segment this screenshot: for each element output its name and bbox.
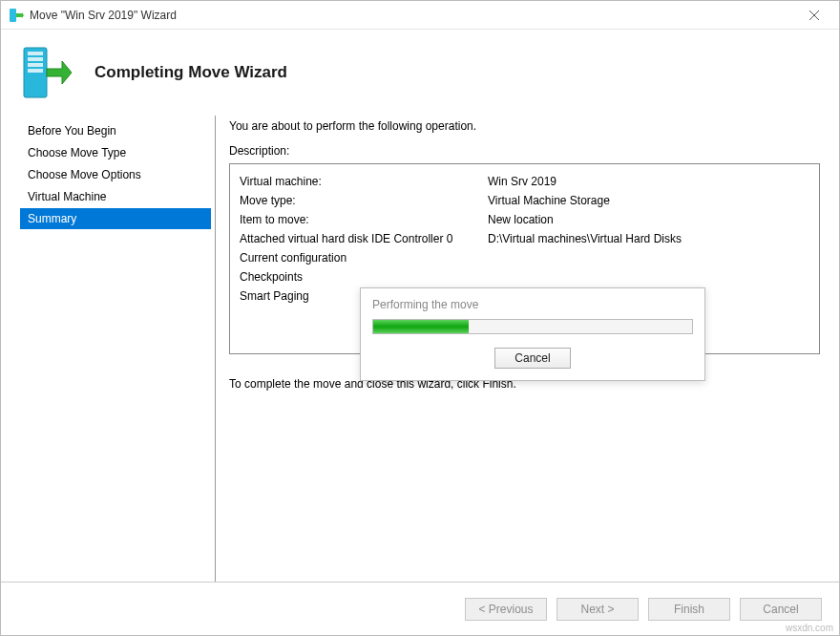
svg-rect-7 (28, 69, 43, 73)
sidebar-item-choose-move-type[interactable]: Choose Move Type (20, 142, 211, 163)
row-key: Current configuration (240, 248, 488, 267)
progress-popup: Performing the move Cancel (360, 287, 705, 381)
progress-fill (373, 320, 469, 333)
summary-row: Current configuration (240, 248, 809, 267)
wizard-footer: < Previous Next > Finish Cancel (1, 582, 839, 635)
svg-rect-0 (10, 9, 16, 22)
next-button[interactable]: Next > (556, 598, 639, 621)
finish-button[interactable]: Finish (648, 598, 730, 621)
row-key: Move type: (240, 191, 488, 210)
summary-row: Virtual machine:Win Srv 2019 (240, 172, 809, 191)
close-button[interactable] (795, 2, 833, 29)
wizard-window: Move "Win Srv 2019" Wizard Completing Mo… (0, 0, 840, 636)
row-value: D:\Virtual machines\Virtual Hard Disks (488, 229, 809, 248)
cancel-button[interactable]: Cancel (740, 598, 822, 621)
progress-text: Performing the move (372, 298, 693, 311)
row-key: Virtual machine: (240, 172, 488, 191)
summary-row: Attached virtual hard disk IDE Controlle… (240, 229, 809, 248)
row-value (488, 248, 809, 267)
vertical-divider (215, 116, 216, 582)
row-key: Item to move: (240, 210, 488, 229)
popup-actions: Cancel (372, 348, 693, 369)
row-value: New location (488, 210, 809, 229)
wizard-header: Completing Move Wizard (1, 30, 839, 116)
row-value: Virtual Machine Storage (488, 191, 809, 210)
app-icon (9, 8, 24, 23)
sidebar: Before You Begin Choose Move Type Choose… (20, 116, 211, 582)
watermark: wsxdn.com (786, 623, 833, 633)
row-key: Attached virtual hard disk IDE Controlle… (240, 229, 488, 248)
sidebar-item-choose-move-options[interactable]: Choose Move Options (20, 164, 211, 185)
popup-cancel-button[interactable]: Cancel (494, 348, 571, 369)
intro-text: You are about to perform the following o… (229, 119, 820, 133)
svg-rect-4 (28, 52, 43, 55)
summary-row: Item to move:New location (240, 210, 809, 229)
summary-row: Checkpoints (240, 267, 809, 286)
summary-row: Move type:Virtual Machine Storage (240, 191, 809, 210)
progress-bar (372, 319, 693, 334)
window-title: Move "Win Srv 2019" Wizard (30, 9, 795, 22)
svg-rect-6 (28, 63, 43, 67)
server-move-icon (20, 44, 72, 101)
sidebar-item-before-you-begin[interactable]: Before You Begin (20, 120, 211, 141)
previous-button[interactable]: < Previous (465, 598, 547, 621)
titlebar: Move "Win Srv 2019" Wizard (1, 1, 839, 30)
description-label: Description: (229, 144, 820, 158)
svg-rect-5 (28, 57, 43, 61)
page-title: Completing Move Wizard (94, 63, 287, 82)
sidebar-item-virtual-machine[interactable]: Virtual Machine (20, 186, 211, 207)
sidebar-item-summary[interactable]: Summary (20, 208, 211, 229)
row-value: Win Srv 2019 (488, 172, 809, 191)
row-value (488, 267, 809, 286)
row-key: Checkpoints (240, 267, 488, 286)
